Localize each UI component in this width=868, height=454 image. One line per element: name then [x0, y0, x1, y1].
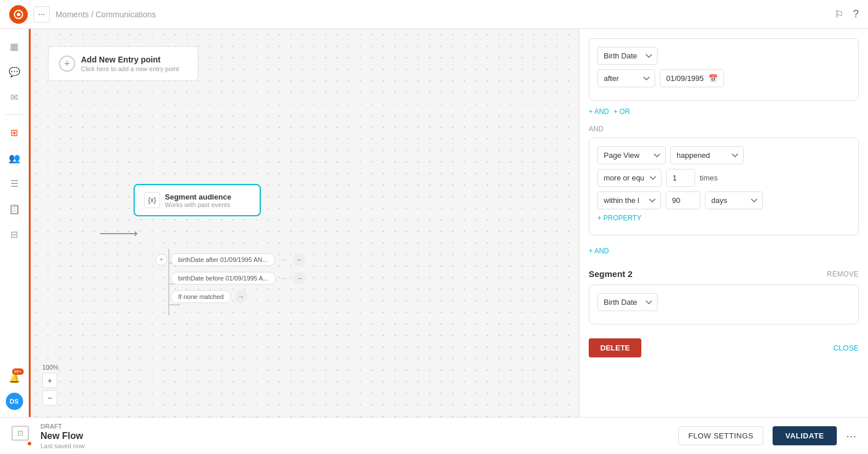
grid-icon: ▦ [10, 41, 19, 52]
sidebar-item-comment[interactable]: 💬 [4, 61, 25, 82]
sidebar-item-grid[interactable]: ▦ [4, 36, 25, 57]
remove-segment-2-button[interactable]: REMOVE [827, 270, 859, 278]
branch-more-2: ··· [282, 274, 287, 282]
branch-arrow-3[interactable]: → [235, 290, 248, 303]
sidebar-item-audience[interactable]: 👥 [4, 147, 25, 168]
zoom-out-button[interactable]: − [42, 390, 57, 405]
topbar-right: ⚐ ? [834, 8, 859, 21]
times-value-input[interactable] [666, 169, 695, 187]
zoom-controls: 100% + − [42, 364, 58, 405]
flow-name: New Flow [40, 431, 84, 441]
flow-icon-dot [27, 441, 32, 446]
segment-node-labels: Segment audience Works with past events [165, 193, 231, 208]
main-layout: ▦ 💬 ✉ ⊞ 👥 ☰ 📋 ⊟ 🔔 99+ DS + Add New Entry… [0, 29, 868, 417]
date-input-1[interactable]: 01/09/1995 📅 [660, 69, 724, 87]
days-value-input[interactable] [666, 191, 700, 209]
flag-icon[interactable]: ⚐ [834, 8, 844, 21]
nav-collapse-button[interactable]: ⋯ [34, 6, 50, 23]
branch-label-1[interactable]: birthDate after 01/09/1995 AN... [171, 253, 275, 266]
segment-node-subtitle: Works with past events [165, 201, 231, 208]
avatar-initials: DS [10, 398, 19, 405]
topbar: ⋯ Moments / Communications ⚐ ? [0, 0, 868, 29]
segment-2-condition-card: Birth Date First Name Last Name Email [589, 285, 859, 324]
segments-icon: ⊞ [10, 127, 18, 138]
days-unit-select[interactable]: days weeks months [705, 191, 763, 209]
canvas-area[interactable]: + Add New Entry point Click here to add … [31, 29, 579, 417]
bottom-bar: ⊡ DRAFT New Flow Last saved now FLOW SET… [0, 417, 868, 454]
branch-container: + birthDate after 01/09/1995 AN... ··· →… [156, 253, 306, 303]
help-icon[interactable]: ? [853, 8, 859, 20]
close-button[interactable]: CLOSE [833, 344, 859, 352]
times-label: times [700, 174, 718, 182]
branch-arrow-2[interactable]: → [293, 272, 306, 285]
segment-node[interactable]: {x} Segment audience Works with past eve… [134, 184, 261, 216]
sidebar-item-list[interactable]: ☰ [4, 173, 25, 194]
condition-row-1-bottom: after before on between 01/09/1995 📅 [597, 69, 850, 87]
branch-horiz-3 [168, 304, 180, 305]
grid2-icon: ⊟ [10, 229, 18, 240]
sidebar-divider [6, 115, 23, 115]
connector-arrow [100, 231, 141, 237]
breadcrumb-sep: / [89, 10, 96, 19]
app-logo[interactable] [9, 5, 28, 24]
audience-icon: 👥 [9, 153, 20, 164]
notification-badge: 99+ [12, 368, 24, 375]
zoom-in-button[interactable]: + [42, 373, 57, 388]
condition-row-2-bottom: within the l in the last days weeks mont… [597, 191, 850, 209]
more-or-eq-select[interactable]: more or equ less or equ exactly [597, 169, 662, 187]
delete-button[interactable]: DELETE [589, 338, 641, 357]
branch-arrow-1[interactable]: → [293, 253, 305, 266]
flow-settings-button[interactable]: FLOW SETTINGS [678, 426, 763, 445]
condition-card-2: Page View Purchase Session Start happene… [589, 138, 859, 235]
birth-date-select-1[interactable]: Birth Date First Name Last Name Email [597, 47, 658, 65]
panel-bottom-actions: DELETE CLOSE [589, 331, 859, 357]
breadcrumb-end: Communications [95, 10, 156, 19]
branch-item-1: + birthDate after 01/09/1995 AN... ··· → [156, 253, 306, 266]
sidebar-item-grid2[interactable]: ⊟ [4, 224, 25, 245]
saved-label: Last saved now [40, 442, 84, 449]
more-options-button[interactable]: ⋯ [846, 430, 856, 442]
list-icon: ☰ [10, 178, 19, 189]
segment-curly-icon: {x} [144, 192, 160, 208]
entry-point-plus-icon: + [59, 56, 75, 72]
entry-point-text: Add New Entry point Click here to add a … [81, 55, 179, 72]
add-and-link-1[interactable]: + AND [589, 108, 609, 116]
flow-meta: DRAFT New Flow Last saved now [40, 423, 84, 449]
segment-node-title: Segment audience [165, 193, 231, 201]
draft-label: DRAFT [40, 423, 84, 430]
flow-icon-main: ⊡ [12, 426, 29, 441]
branch-label-3[interactable]: If none matched [171, 290, 231, 303]
branch-more-1: ··· [281, 256, 287, 264]
page-view-select[interactable]: Page View Purchase Session Start [597, 146, 666, 164]
sidebar-item-logs[interactable]: 📋 [4, 198, 25, 219]
entry-point-title: Add New Entry point [81, 55, 179, 64]
within-select[interactable]: within the l in the last [597, 191, 661, 209]
flow-info: ⊡ DRAFT New Flow Last saved now [12, 423, 84, 449]
and-separator-1: AND [589, 125, 859, 133]
sidebar-item-segments[interactable]: ⊞ [4, 122, 25, 143]
segment-2-birth-date-select[interactable]: Birth Date First Name Last Name Email [597, 293, 658, 311]
breadcrumb: Moments / Communications [56, 10, 156, 19]
add-property-link[interactable]: + PROPERTY [597, 214, 641, 222]
logs-icon: 📋 [9, 204, 20, 215]
flow-icon-symbol: ⊡ [17, 429, 23, 437]
sidebar: ▦ 💬 ✉ ⊞ 👥 ☰ 📋 ⊟ 🔔 99+ DS [0, 29, 29, 417]
user-avatar[interactable]: DS [6, 393, 23, 410]
entry-point-card[interactable]: + Add New Entry point Click here to add … [48, 46, 198, 81]
condition-row-2-top: Page View Purchase Session Start happene… [597, 146, 850, 164]
add-or-link-1[interactable]: + OR [614, 108, 630, 116]
bottom-bar-right: FLOW SETTINGS VALIDATE ⋯ [678, 426, 856, 445]
sidebar-item-mail[interactable]: ✉ [4, 87, 25, 108]
zoom-level: 100% [42, 364, 58, 371]
sidebar-item-notification[interactable]: 🔔 99+ [4, 367, 25, 388]
add-and-link-2[interactable]: + AND [589, 247, 609, 255]
condition-row-2-middle: more or equ less or equ exactly times [597, 169, 850, 187]
branch-label-2[interactable]: birthDate before 01/09/1995 A... [171, 272, 276, 285]
breadcrumb-start[interactable]: Moments [56, 10, 89, 19]
validate-button[interactable]: VALIDATE [773, 426, 837, 445]
comment-icon: 💬 [9, 67, 20, 77]
branch-add-btn-1[interactable]: + [156, 254, 167, 265]
operator-select-1[interactable]: after before on between [597, 69, 655, 87]
happened-select[interactable]: happened did not happen [670, 146, 744, 164]
svg-point-1 [17, 13, 20, 16]
